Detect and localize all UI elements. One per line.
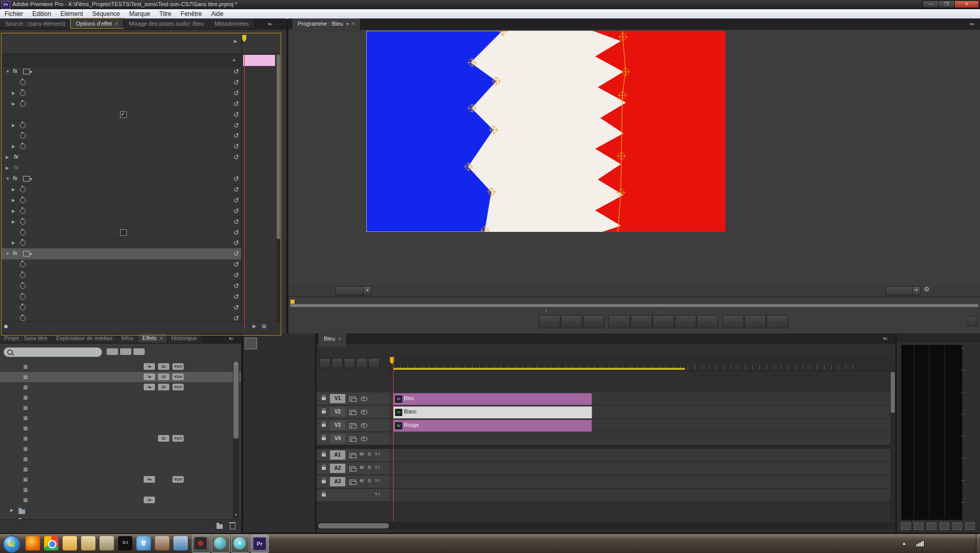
- rolling-edit-tool[interactable]: [245, 373, 256, 384]
- ripple-edit-tool[interactable]: [245, 361, 256, 372]
- 32bit-effects-filter[interactable]: [120, 348, 131, 355]
- tab-projet[interactable]: Projet : Sans titre: [0, 333, 52, 343]
- menu-séquence[interactable]: Séquence: [88, 9, 125, 18]
- ec-grid-icon[interactable]: ▦: [262, 323, 266, 329]
- stopwatch-icon[interactable]: [20, 123, 26, 128]
- stopwatch-icon[interactable]: [20, 187, 26, 192]
- effect-badge[interactable]: ≡▸: [144, 363, 155, 370]
- reset-effect-icon[interactable]: ↺: [233, 175, 239, 183]
- effects-list-item[interactable]: ▦32YUV: [0, 433, 241, 444]
- effect-row-gauche[interactable]: ▶↺: [2, 184, 241, 195]
- minimize-button[interactable]: —: [923, 1, 939, 8]
- internet-explorer-icon[interactable]: e: [136, 536, 151, 550]
- track-lock-icon[interactable]: [322, 410, 326, 413]
- meter-solo-button[interactable]: [939, 522, 949, 530]
- lift-button[interactable]: [722, 315, 744, 328]
- explorer-icon[interactable]: [63, 536, 77, 550]
- scroll-up-arrow[interactable]: ▲: [233, 362, 239, 367]
- folder-triangle-icon[interactable]: ▶: [10, 508, 13, 512]
- effects-folder-row[interactable]: ▶: [0, 516, 241, 519]
- effect-badge[interactable]: YUV: [172, 363, 184, 370]
- tab-mixage-des-pistes-audio--bleu[interactable]: Mixage des pistes audio: Bleu: [124, 18, 209, 28]
- stopwatch-icon[interactable]: [20, 80, 26, 85]
- reset-effect-icon[interactable]: ↺: [233, 153, 239, 161]
- reset-effect-icon[interactable]: ↺: [233, 304, 239, 311]
- effect-row-largeur-d--chelle[interactable]: ▶↺: [2, 98, 241, 110]
- track-lock-icon[interactable]: [322, 453, 326, 457]
- effect-row-tangente-sup-rieure-droite[interactable]: ↺: [2, 291, 241, 303]
- meter-solo-button[interactable]: [901, 522, 911, 530]
- effects-list-item[interactable]: ▦≡▸32YUV: [0, 382, 241, 393]
- effect-row-recadrage[interactable]: ▼fx↺: [2, 173, 241, 185]
- clip-bleu[interactable]: fxBleu: [393, 393, 592, 405]
- mini-scrollbar-thumb[interactable]: [277, 54, 280, 239]
- mute-button[interactable]: M: [360, 451, 364, 457]
- app-icon-2[interactable]: [173, 536, 188, 550]
- ec-play-icon[interactable]: ▶: [252, 323, 257, 329]
- effects-list-item[interactable]: ▦≡▸32YUV: [0, 362, 241, 372]
- work-area-bar[interactable]: [393, 368, 685, 370]
- slip-tool[interactable]: [245, 408, 256, 419]
- stopwatch-icon[interactable]: [20, 305, 26, 310]
- effect-row-bas[interactable]: ▶↺: [2, 216, 241, 228]
- reset-effect-icon[interactable]: ↺: [233, 293, 239, 301]
- track-visibility-icon[interactable]: [361, 397, 367, 401]
- checkbox[interactable]: [120, 229, 127, 236]
- reset-effect-icon[interactable]: ↺: [233, 218, 239, 226]
- effect-badge[interactable]: 32: [158, 363, 169, 370]
- timeline-vscroll-thumb[interactable]: [891, 372, 895, 413]
- fit-dropdown[interactable]: [336, 286, 367, 295]
- track-display-settings[interactable]: [344, 358, 355, 368]
- clip-blanc[interactable]: fxBlanc: [393, 406, 592, 419]
- go-to-in-button[interactable]: [609, 315, 630, 328]
- stopwatch-icon[interactable]: [20, 272, 26, 278]
- razor-tool[interactable]: [245, 397, 256, 407]
- fit-dropdown-arrow[interactable]: ▼: [363, 286, 371, 295]
- effect-badge[interactable]: ≡▸: [144, 384, 155, 390]
- menu-edition[interactable]: Edition: [28, 9, 56, 18]
- effect-badge[interactable]: 32: [158, 435, 169, 442]
- effects-list-item[interactable]: ▦: [0, 485, 241, 496]
- yuv-effects-filter[interactable]: [133, 348, 145, 355]
- tab-historique[interactable]: Historique: [167, 333, 202, 343]
- reset-effect-icon[interactable]: ↺: [233, 100, 239, 108]
- solo-button[interactable]: S: [368, 465, 371, 470]
- go-to-out-button[interactable]: [697, 315, 718, 328]
- effect-row-echelle[interactable]: ▶↺: [2, 88, 241, 99]
- track-output-icon[interactable]: [349, 466, 356, 471]
- maximize-button[interactable]: ❐: [938, 1, 955, 8]
- effect-row-filtre-antiscintillement[interactable]: ▶↺: [2, 141, 241, 152]
- reset-effect-icon[interactable]: ↺: [233, 196, 239, 204]
- track-lock-icon[interactable]: [322, 480, 326, 483]
- timeline-hscroll-thumb[interactable]: [318, 523, 389, 528]
- effect-row-sommet-sup-rieur-gauche[interactable]: ↺: [2, 259, 241, 270]
- video-frame[interactable]: [366, 31, 726, 232]
- expand-triangle-icon[interactable]: ▶: [12, 144, 15, 149]
- reset-effect-icon[interactable]: ↺: [233, 250, 239, 258]
- effect-row-cache-de-transparence---seize-points[interactable]: ▼fx↺: [2, 248, 241, 260]
- track-lock-icon[interactable]: [322, 397, 326, 400]
- command-prompt-icon[interactable]: C:\: [118, 536, 132, 550]
- expand-triangle-icon[interactable]: ▶: [12, 102, 15, 106]
- loop-playback-toggle[interactable]: [331, 358, 343, 368]
- mini-playhead-line[interactable]: [244, 54, 245, 330]
- track-content-a2[interactable]: [389, 462, 895, 475]
- track-output-icon[interactable]: [349, 397, 356, 402]
- track-name-a2[interactable]: A2: [330, 464, 345, 473]
- firefox-icon[interactable]: [26, 536, 40, 550]
- effect-row-haut[interactable]: ▶↺: [2, 195, 241, 206]
- stopwatch-icon[interactable]: [20, 90, 26, 96]
- track-visibility-icon[interactable]: [361, 437, 367, 441]
- step-forward-button[interactable]: [675, 315, 696, 328]
- meter-solo-button[interactable]: [952, 522, 962, 530]
- selection-tool[interactable]: [245, 338, 257, 349]
- add-button[interactable]: [968, 316, 978, 326]
- tab-close-icon[interactable]: ×: [352, 21, 355, 27]
- effects-list-item[interactable]: ▦: [0, 464, 241, 475]
- effect-row-trajectoire[interactable]: ▼fx↺: [2, 66, 241, 77]
- effects-search-input[interactable]: [4, 347, 102, 357]
- effects-list-item[interactable]: ▦≡▸32YUV: [0, 372, 241, 383]
- mark-out-button[interactable]: [583, 315, 604, 328]
- reset-effect-icon[interactable]: ↺: [233, 132, 239, 140]
- panel-menu-icon[interactable]: ▾≡: [970, 22, 974, 27]
